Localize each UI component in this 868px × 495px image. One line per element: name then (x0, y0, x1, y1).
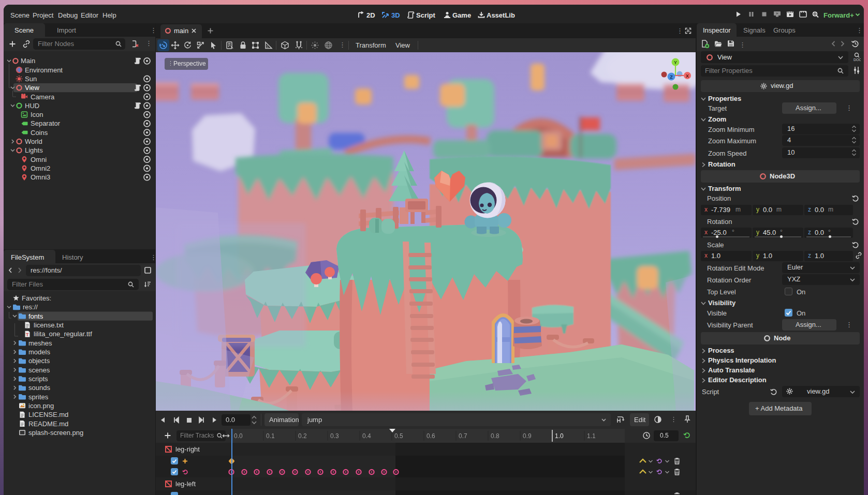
svg-text:World: World (25, 138, 42, 145)
svg-text:models: models (28, 348, 50, 356)
svg-text:res://: res:// (23, 303, 38, 311)
svg-text:Y: Y (674, 60, 677, 65)
svg-text:Icon: Icon (31, 111, 43, 118)
svg-text:View: View (25, 84, 40, 92)
svg-text:T: T (26, 332, 29, 337)
svg-text:sprites: sprites (28, 393, 49, 401)
svg-text:Omni2: Omni2 (31, 164, 50, 172)
svg-text:splash-screen.png: splash-screen.png (28, 429, 83, 437)
svg-text:scenes: scenes (28, 366, 50, 374)
svg-text:Omni: Omni (31, 156, 47, 163)
svg-text:HUD: HUD (25, 102, 39, 110)
svg-text:Z: Z (670, 74, 673, 80)
svg-text:license.txt: license.txt (34, 321, 64, 329)
svg-text:Lights: Lights (25, 146, 43, 154)
svg-text:Main: Main (21, 57, 35, 65)
svg-text:scripts: scripts (28, 375, 48, 383)
svg-text:LICENSE.md: LICENSE.md (28, 411, 68, 418)
svg-text:Environment: Environment (25, 66, 63, 74)
svg-text:Favorites:: Favorites: (22, 294, 51, 302)
svg-text:fonts: fonts (28, 312, 43, 320)
svg-text:X: X (686, 73, 689, 79)
svg-text:icon.png: icon.png (28, 402, 54, 410)
svg-text:sounds: sounds (28, 384, 50, 392)
svg-text:DOC: DOC (854, 58, 861, 62)
svg-text:README.md: README.md (28, 420, 68, 428)
svg-text:meshes: meshes (28, 339, 52, 347)
svg-text:Coins: Coins (31, 129, 48, 137)
svg-text:Sun: Sun (25, 75, 37, 83)
svg-text:Camera: Camera (31, 93, 55, 101)
svg-text:lilita_one_regular.ttf: lilita_one_regular.ttf (34, 330, 92, 338)
svg-text:Omni3: Omni3 (31, 173, 50, 181)
svg-text:Separator: Separator (31, 119, 61, 127)
svg-text:objects: objects (28, 357, 50, 365)
